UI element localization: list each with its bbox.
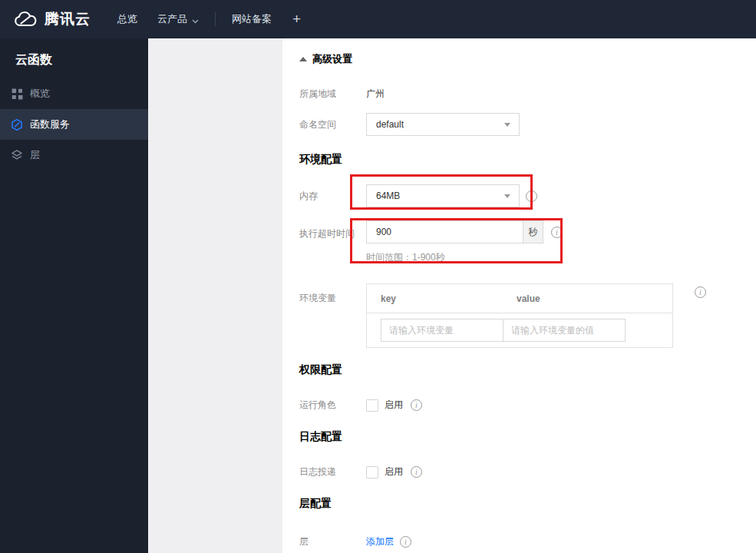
section-log-config: 日志配置 (299, 430, 756, 444)
sidebar-item-layers[interactable]: 层 (0, 140, 148, 171)
sidebar-item-label: 概览 (30, 87, 50, 101)
timeout-range-hint: 时间范围：1-900秒 (366, 251, 543, 264)
env-vars-table: key value (366, 283, 673, 348)
memory-selected-value: 64MB (376, 190, 400, 201)
timeout-row: 执行超时时间 秒 时间范围：1-900秒 (299, 220, 756, 264)
env-value-header: value (503, 293, 672, 304)
log-delivery-enable-label: 启用 (385, 465, 403, 478)
namespace-selected-value: default (376, 119, 404, 130)
log-delivery-label: 日志投递 (299, 465, 366, 478)
collapse-triangle-icon (299, 57, 307, 61)
app-window: 腾讯云 总览 云产品 网站备案 + 云函数 (0, 0, 756, 553)
timeout-field-group: 秒 时间范围：1-900秒 (366, 220, 543, 264)
advanced-settings-label: 高级设置 (312, 52, 352, 66)
navbar-menu: 总览 云产品 网站备案 + (107, 0, 312, 38)
log-delivery-checkbox[interactable] (366, 466, 378, 478)
region-value: 广州 (366, 88, 385, 101)
region-row: 所属地域 广州 (299, 88, 756, 101)
chevron-down-icon (192, 15, 199, 26)
sidebar-item-overview[interactable]: 概览 (0, 78, 148, 109)
cloud-logo-icon (14, 11, 38, 28)
nav-item-cloud-products[interactable]: 云产品 (147, 0, 209, 38)
main-area: 云函数 概览 (0, 38, 756, 553)
add-layer-link[interactable]: 添加层 (366, 535, 394, 548)
settings-panel: 高级设置 所属地域 广州 命名空间 default 环境配置 内存 (282, 38, 756, 553)
sidebar-item-function-service[interactable]: 函数服务 (0, 109, 148, 140)
env-vars-row: 环境变量 key value (299, 283, 756, 348)
memory-row: 内存 64MB (299, 184, 756, 207)
timeout-label: 执行超时时间 (299, 220, 366, 240)
dropdown-caret-icon (504, 194, 510, 198)
run-role-checkbox[interactable] (366, 399, 378, 412)
memory-select[interactable]: 64MB (366, 184, 520, 207)
memory-label: 内存 (299, 190, 366, 203)
sidebar-item-label: 函数服务 (30, 118, 70, 131)
brand-name: 腾讯云 (45, 9, 91, 29)
namespace-row: 命名空间 default (299, 113, 756, 136)
env-key-header: key (367, 293, 503, 304)
timeout-input[interactable] (366, 220, 523, 243)
namespace-label: 命名空间 (299, 118, 366, 131)
sidebar-item-label: 层 (30, 148, 40, 162)
overview-grid-icon (11, 88, 23, 100)
section-layer-config: 层配置 (299, 497, 756, 511)
env-key-input[interactable] (381, 319, 503, 342)
run-role-label: 运行角色 (299, 399, 366, 412)
env-vars-info-icon[interactable] (695, 286, 706, 298)
nav-item-icp-filing[interactable]: 网站备案 (222, 0, 282, 38)
env-value-input[interactable] (503, 319, 626, 342)
run-role-row: 运行角色 启用 (299, 399, 756, 412)
timeout-info-icon[interactable] (551, 227, 563, 238)
env-vars-table-header: key value (367, 284, 672, 313)
dropdown-caret-icon (504, 123, 510, 127)
region-label: 所属地域 (299, 88, 366, 101)
add-tab-button[interactable]: + (282, 11, 312, 28)
section-permission-config: 权限配置 (299, 363, 756, 377)
namespace-select[interactable]: default (366, 113, 520, 136)
env-vars-table-row (367, 313, 672, 347)
layer-row: 层 添加层 (299, 535, 756, 548)
sidebar: 云函数 概览 (0, 38, 148, 553)
page-background-gap (148, 38, 282, 553)
run-role-info-icon[interactable] (411, 399, 422, 411)
timeout-unit-button[interactable]: 秒 (523, 220, 543, 243)
tencent-cloud-logo[interactable]: 腾讯云 (0, 9, 98, 29)
sidebar-title: 云函数 (0, 38, 148, 78)
navbar-divider (215, 12, 216, 26)
memory-info-icon[interactable] (526, 190, 537, 202)
log-delivery-info-icon[interactable] (411, 466, 422, 478)
layer-info-icon[interactable] (400, 536, 411, 548)
log-delivery-row: 日志投递 启用 (299, 465, 756, 478)
advanced-settings-toggle[interactable]: 高级设置 (299, 52, 756, 66)
section-environment-config: 环境配置 (299, 153, 756, 167)
scf-hexagon-icon (11, 118, 23, 131)
run-role-enable-label: 启用 (385, 399, 403, 412)
env-vars-label: 环境变量 (299, 283, 366, 305)
top-navbar: 腾讯云 总览 云产品 网站备案 + (0, 0, 756, 38)
layer-label: 层 (299, 535, 366, 548)
layers-icon (11, 149, 23, 161)
nav-item-overview[interactable]: 总览 (107, 0, 147, 38)
